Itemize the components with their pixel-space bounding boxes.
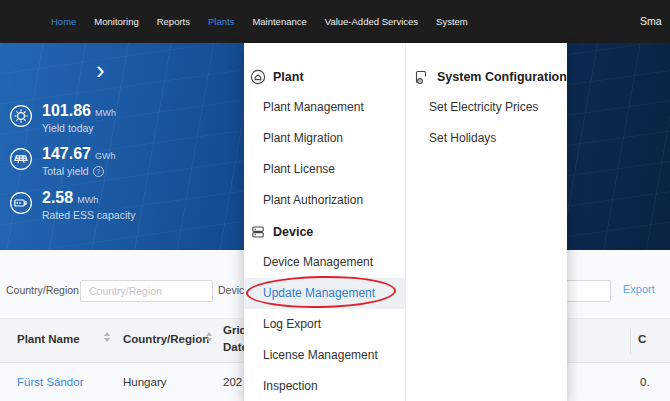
system-config-icon [414,69,430,85]
c-value-cell: 0. [640,376,650,388]
stat-value: 147.67 [42,145,91,162]
menu-column-1: Plant Plant Management Plant Migration P… [244,43,405,401]
plants-dropdown-menu: Plant Plant Management Plant Migration P… [244,43,567,401]
column-divider [630,328,631,354]
stat-unit: GWh [95,151,116,161]
ess-capacity-icon [9,191,33,215]
total-yield-icon [9,147,33,171]
menu-item-license-management[interactable]: License Management [244,340,405,371]
help-icon[interactable]: ? [93,166,104,177]
stat-label: Total yield ? [42,165,115,177]
nav-item-home[interactable]: Home [51,16,76,27]
menu-item-plant-management[interactable]: Plant Management [244,92,405,123]
app-screen: Home Monitoring Reports Plants Maintenan… [0,0,670,401]
menu-item-log-export[interactable]: Log Export [244,309,405,340]
menu-item-plant-migration[interactable]: Plant Migration [244,123,405,154]
nav-item-monitoring[interactable]: Monitoring [94,16,138,27]
nav-item-system[interactable]: System [436,16,468,27]
banner-next-arrow-icon[interactable]: › [96,57,105,83]
nav-item-plants[interactable]: Plants [208,16,234,27]
menu-item-inspection[interactable]: Inspection [244,371,405,401]
export-link[interactable]: Export [623,283,655,295]
stat-label: Yield today [42,122,116,134]
menu-column-2: System Configuration Set Electricity Pri… [405,43,567,401]
stat-unit: MWh [77,195,98,205]
menu-section-system-configuration: System Configuration [406,61,567,92]
menu-item-plant-license[interactable]: Plant License [244,154,405,185]
stat-value: 101.86 [42,102,91,119]
menu-section-plant: Plant [244,61,405,92]
menu-item-set-electricity-prices[interactable]: Set Electricity Prices [406,92,567,123]
grid-date-cell: 202 [223,376,242,388]
nav-item-reports[interactable]: Reports [157,16,190,27]
menu-item-device-management[interactable]: Device Management [244,247,405,278]
menu-section-device: Device [244,216,405,247]
menu-item-set-holidays[interactable]: Set Holidays [406,123,567,154]
sort-icon[interactable] [206,332,214,342]
stat-unit: MWh [95,108,116,118]
stat-yield-today: 101.86 MWh Yield today [9,102,116,134]
column-header-c: C [638,333,646,345]
stat-rated-ess-capacity: 2.58 MWh Rated ESS capacity [9,189,135,221]
stat-value: 2.58 [42,189,73,206]
column-header-country-region[interactable]: Country/Region [123,333,209,345]
nav-item-value-added-services[interactable]: Value-Added Services [325,16,418,27]
menu-item-update-management[interactable]: Update Management [244,278,405,309]
column-header-plant-name[interactable]: Plant Name [17,333,80,345]
country-region-filter-label: Country/Region [6,284,79,296]
country-region-input[interactable] [80,280,213,302]
stat-label: Rated ESS capacity [42,209,135,221]
country-cell: Hungary [123,376,166,388]
plant-icon [250,69,266,85]
yield-today-icon [9,104,33,128]
plant-name-link[interactable]: Fürst Sándor [17,376,83,388]
nav-item-maintenance[interactable]: Maintenance [252,16,306,27]
stat-total-yield: 147.67 GWh Total yield ? [9,145,115,177]
nav-item-truncated[interactable]: Sma [640,0,662,43]
sort-icon[interactable] [104,332,112,342]
top-nav: Home Monitoring Reports Plants Maintenan… [0,0,670,43]
device-icon [250,224,266,240]
menu-item-plant-authorization[interactable]: Plant Authorization [244,185,405,216]
